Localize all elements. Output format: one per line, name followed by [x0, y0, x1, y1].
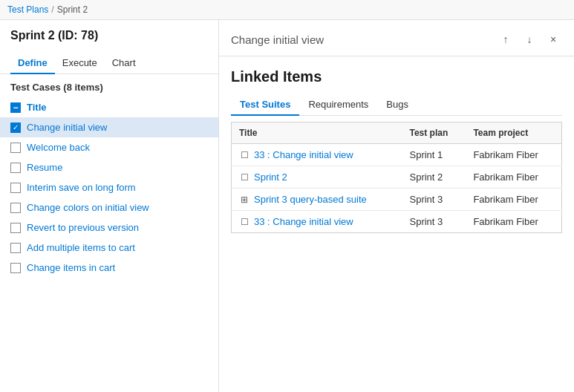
test-item-welcome-back[interactable]: Welcome back	[0, 137, 218, 157]
row-2-test-plan: Sprint 2	[402, 166, 466, 189]
checkbox-interim-save	[10, 183, 21, 193]
table-row: 33 : Change initial view Sprint 3 Fabrik…	[232, 211, 562, 233]
sprint-title: Sprint 2 (ID: 78)	[10, 29, 208, 42]
row-2-title-cell[interactable]: Sprint 2	[239, 172, 395, 183]
test-item-title-label: Title	[27, 102, 47, 113]
tab-define[interactable]: Define	[10, 53, 55, 74]
checkbox-add-multiple	[10, 243, 21, 253]
right-panel: Change initial view ↑ ↓ × Linked Items T…	[219, 20, 574, 392]
row-4-team-project: Fabrikam Fiber	[466, 211, 561, 233]
row-3-title-cell[interactable]: Sprint 3 query-based suite	[239, 194, 395, 205]
checkbox-welcome-back	[10, 143, 21, 153]
right-panel-title: Change initial view	[231, 33, 324, 46]
row-1-title-cell[interactable]: 33 : Change initial view	[239, 149, 395, 160]
test-list: − Title ✓ Change initial view Welcome ba…	[0, 97, 218, 392]
row-3-test-plan: Sprint 3	[402, 189, 466, 211]
breadcrumb-current: Sprint 2	[57, 4, 88, 15]
suite-icon-query	[239, 195, 250, 205]
breadcrumb-separator: /	[51, 4, 53, 15]
main-layout: Sprint 2 (ID: 78) Define Execute Chart T…	[0, 20, 574, 392]
right-panel-header: Change initial view ↑ ↓ ×	[219, 20, 574, 56]
row-1-title: 33 : Change initial view	[254, 149, 353, 160]
row-2-team-project: Fabrikam Fiber	[466, 166, 561, 189]
col-title: Title	[232, 122, 402, 144]
detail-tab-requirements[interactable]: Requirements	[299, 94, 377, 116]
breadcrumb: Test Plans / Sprint 2	[0, 0, 574, 20]
linked-items-table: Title Test plan Team project 33 : Change…	[231, 122, 562, 233]
test-item-change-items-label: Change items in cart	[27, 262, 115, 273]
row-4-title: 33 : Change initial view	[254, 216, 353, 227]
suite-icon-static	[239, 217, 250, 227]
test-item-revert[interactable]: Revert to previous version	[0, 218, 218, 238]
test-item-interim-save-label: Interim save on long form	[27, 182, 136, 193]
row-2-title: Sprint 2	[254, 172, 287, 183]
checkbox-resume	[10, 163, 21, 173]
row-1-test-plan: Sprint 1	[402, 144, 466, 166]
test-item-change-items[interactable]: Change items in cart	[0, 258, 218, 278]
detail-tabs: Test Suites Requirements Bugs	[231, 94, 562, 116]
test-item-welcome-back-label: Welcome back	[27, 142, 90, 153]
test-item-change-initial-view[interactable]: ✓ Change initial view	[0, 117, 218, 137]
test-item-revert-label: Revert to previous version	[27, 222, 139, 233]
right-content: Linked Items Test Suites Requirements Bu…	[219, 56, 574, 392]
navigate-up-button[interactable]: ↑	[497, 30, 515, 48]
linked-items-title: Linked Items	[231, 68, 562, 85]
row-3-title: Sprint 3 query-based suite	[254, 194, 367, 205]
detail-tab-test-suites[interactable]: Test Suites	[231, 94, 299, 116]
suite-icon-static	[239, 150, 250, 160]
test-item-resume[interactable]: Resume	[0, 157, 218, 177]
test-item-change-colors[interactable]: Change colors on initial view	[0, 197, 218, 218]
checkbox-change-items	[10, 263, 21, 273]
test-cases-header: Test Cases (8 items)	[0, 74, 218, 97]
row-1-team-project: Fabrikam Fiber	[466, 144, 561, 166]
checkbox-change-colors	[10, 203, 21, 213]
left-panel: Sprint 2 (ID: 78) Define Execute Chart T…	[0, 20, 219, 392]
test-item-resume-label: Resume	[27, 162, 62, 173]
row-4-title-cell[interactable]: 33 : Change initial view	[239, 216, 395, 227]
checkbox-change-initial-view: ✓	[10, 122, 21, 133]
test-item-add-multiple[interactable]: Add multiple items to cart	[0, 238, 218, 258]
suite-icon-static	[239, 172, 250, 183]
test-item-title[interactable]: − Title	[0, 97, 218, 117]
tab-chart[interactable]: Chart	[105, 53, 143, 74]
left-tabs: Define Execute Chart	[0, 53, 218, 74]
navigate-down-button[interactable]: ↓	[521, 30, 538, 48]
test-item-interim-save[interactable]: Interim save on long form	[0, 177, 218, 197]
table-header: Title Test plan Team project	[232, 122, 562, 144]
test-item-change-colors-label: Change colors on initial view	[27, 202, 149, 213]
linked-table-container: Title Test plan Team project 33 : Change…	[231, 122, 562, 392]
tab-execute[interactable]: Execute	[55, 53, 105, 74]
right-panel-actions: ↑ ↓ ×	[497, 30, 562, 48]
test-item-change-initial-view-label: Change initial view	[27, 122, 107, 133]
row-4-test-plan: Sprint 3	[402, 211, 466, 233]
detail-tab-bugs[interactable]: Bugs	[377, 94, 417, 116]
left-header: Sprint 2 (ID: 78)	[0, 20, 218, 53]
breadcrumb-test-plans[interactable]: Test Plans	[7, 4, 48, 15]
checkbox-revert	[10, 223, 21, 233]
test-item-add-multiple-label: Add multiple items to cart	[27, 242, 135, 253]
col-team-project: Team project	[466, 122, 561, 144]
row-3-team-project: Fabrikam Fiber	[466, 189, 561, 211]
table-row: Sprint 2 Sprint 2 Fabrikam Fiber	[232, 166, 562, 189]
close-button[interactable]: ×	[544, 30, 562, 48]
col-test-plan: Test plan	[402, 122, 466, 144]
table-row: 33 : Change initial view Sprint 1 Fabrik…	[232, 144, 562, 166]
checkbox-title: −	[10, 102, 21, 113]
table-body: 33 : Change initial view Sprint 1 Fabrik…	[232, 144, 562, 233]
table-row: Sprint 3 query-based suite Sprint 3 Fabr…	[232, 189, 562, 211]
